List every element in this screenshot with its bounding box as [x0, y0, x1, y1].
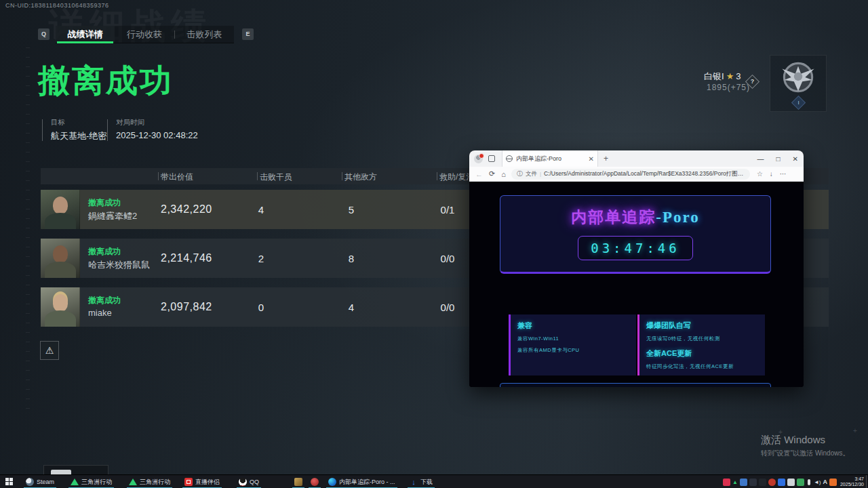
taskbar-item-downloads[interactable]: ↓ 下载: [407, 475, 435, 488]
row-operator-kills: 4: [248, 204, 275, 216]
row-other-enemies: 8: [338, 253, 365, 264]
card-line: 兼容所有AMD显卡与CPU: [517, 347, 629, 354]
rank-badge[interactable]: I: [770, 55, 827, 112]
row-extract-value: 2,097,842: [161, 301, 212, 313]
rank-tier: 白银I★3: [704, 70, 741, 83]
player-avatar: [41, 287, 80, 327]
bookmark-icon[interactable]: ☆: [757, 170, 763, 178]
microphone-icon[interactable]: [808, 479, 810, 485]
new-tab-button[interactable]: +: [604, 154, 608, 163]
row-operator-kills: 0: [248, 302, 275, 313]
close-button[interactable]: ✕: [793, 155, 798, 163]
taskbar-item-steam[interactable]: Steam: [23, 475, 57, 488]
row-player-name: miake: [88, 308, 112, 318]
speaker-icon[interactable]: ◄): [814, 479, 821, 486]
maximize-button[interactable]: □: [776, 155, 781, 163]
background-ruler-decoration: [26, 47, 30, 413]
tray-app-icon[interactable]: [797, 479, 804, 486]
card-title: 兼容: [517, 321, 629, 331]
taskbar-item-delta-force-1[interactable]: 三角洲行动: [68, 475, 115, 488]
taskbar-item-live-companion[interactable]: 直播伴侣: [182, 475, 222, 488]
divider: [107, 119, 108, 141]
rank-star-count: 3: [736, 71, 741, 81]
card-title: 爆爆团队自写: [646, 321, 758, 331]
timer-value: 03:47:46: [591, 241, 680, 256]
taskbar-item-delta-force-2[interactable]: 三角洲行动: [126, 475, 173, 488]
taskbar-item-app-gold[interactable]: [292, 475, 305, 488]
column-header-kills: 击败干员: [260, 171, 292, 183]
refresh-button[interactable]: ⟳: [489, 169, 495, 178]
crosshair-decoration: +: [853, 427, 857, 434]
address-bar[interactable]: ⓘ 文件 | C:/Users/Administrator/AppData/Lo…: [511, 169, 750, 180]
match-time-label: 对局时间: [107, 118, 198, 127]
tray-delta-icon[interactable]: ▲: [732, 479, 738, 486]
taskbar-clock[interactable]: 3:47 2025/12/30: [840, 476, 864, 487]
row-rescue-revive: 0/0: [431, 253, 465, 264]
app-icon: [294, 478, 302, 486]
app-icon: [311, 478, 319, 486]
tray-app-icon[interactable]: [759, 479, 766, 486]
feature-card-updates: 爆爆团队自写 无痕读写0特征，无视任何检测 全新ACE更新 特征同步化写法，无视…: [637, 314, 765, 375]
tray-shield-icon[interactable]: [749, 479, 757, 486]
tray-app-icon[interactable]: [829, 479, 837, 486]
row-extract-value: 2,214,746: [161, 252, 212, 264]
row-extract-value: 2,342,220: [161, 203, 212, 216]
column-header-other: 其他敌方: [344, 171, 377, 183]
card-line: 无痕读写0特征，无视任何检测: [646, 336, 758, 342]
tab-action-loot[interactable]: 行动收获: [115, 26, 174, 43]
row-player-name: 哈吉米狡猾鼠鼠: [88, 259, 150, 271]
tray-steam-icon[interactable]: [740, 479, 747, 486]
card-line: 特征同步化写法，无视任何ACE更新: [646, 363, 758, 370]
star-icon: ★: [724, 71, 736, 81]
more-menu-icon[interactable]: ⋯: [780, 170, 787, 178]
browser-toolbar: ← ⟳ ⌂ ⓘ 文件 | C:/Users/Administrator/AppD…: [469, 167, 804, 182]
feature-card-compatibility: 兼容 兼容Win7-Win11 兼容所有AMD显卡与CPU: [509, 314, 636, 375]
taskbar-item-app-red[interactable]: [308, 475, 321, 488]
column-divider: [342, 172, 342, 180]
home-button[interactable]: ⌂: [501, 170, 506, 178]
result-title: 撤离成功: [38, 60, 174, 102]
column-divider: [437, 172, 437, 180]
tab-kill-list[interactable]: 击败列表: [175, 26, 234, 43]
column-divider: [158, 172, 159, 180]
hotkey-e-badge: E: [242, 28, 254, 40]
start-button[interactable]: [5, 478, 14, 486]
match-time-info: 对局时间 2025-12-30 02:48:22: [107, 118, 198, 140]
ime-indicator[interactable]: A: [823, 479, 828, 486]
tab-search-icon[interactable]: [488, 155, 495, 162]
taskbar-item-qq[interactable]: QQ: [236, 475, 262, 488]
globe-icon: [506, 155, 513, 162]
windows-taskbar: Steam 三角洲行动 三角洲行动 直播伴侣 QQ 内部单追踪-Poro - .…: [0, 474, 868, 488]
browser-titlebar[interactable]: 内部单追踪-Poro ✕ + — □ ✕: [469, 150, 804, 167]
row-rescue-revive: 0/0: [431, 302, 465, 313]
browser-tab[interactable]: 内部单追踪-Poro ✕: [502, 150, 598, 167]
page-footer-disclaimer: 仅供学习交流使用 | 本界面仅为展示示例: [500, 383, 771, 387]
results-tabs: 战绩详情 行动收获 击败列表: [56, 26, 234, 43]
row-rescue-revive: 0/1: [431, 204, 465, 216]
rank-badge-eagle-icon: [776, 58, 821, 98]
divider: [42, 119, 43, 141]
row-other-enemies: 4: [338, 302, 365, 313]
tray-app-icon[interactable]: [787, 479, 795, 486]
minimize-button[interactable]: —: [757, 155, 764, 163]
download-icon[interactable]: ↓: [770, 170, 773, 178]
taskbar-item-edge-poro[interactable]: 内部单追踪-Poro - ...: [326, 475, 398, 488]
delta-force-icon: [71, 479, 79, 485]
row-operator-kills: 2: [248, 253, 275, 264]
system-tray: ▲ ◄) A: [723, 475, 837, 488]
tray-recorder-icon[interactable]: [723, 479, 730, 486]
file-info-icon: ⓘ: [517, 169, 523, 178]
card-line: 兼容Win7-Win11: [517, 336, 629, 342]
browser-profile-icon[interactable]: [474, 155, 483, 163]
report-warning-button[interactable]: ⚠: [40, 341, 59, 360]
row-status: 撤离成功: [88, 295, 121, 306]
download-arrow-icon: ↓: [410, 478, 418, 486]
url-text: C:/Users/Administrator/AppData/Local/Tem…: [544, 170, 745, 178]
tray-app-icon[interactable]: [778, 479, 785, 486]
tab-battle-details[interactable]: 战绩详情: [56, 26, 115, 43]
objective-label: 目标: [42, 118, 106, 127]
back-button[interactable]: ←: [475, 170, 483, 178]
tray-app-icon[interactable]: [768, 479, 776, 486]
column-header-value: 带出价值: [161, 171, 193, 183]
tab-close-icon[interactable]: ✕: [586, 155, 594, 163]
